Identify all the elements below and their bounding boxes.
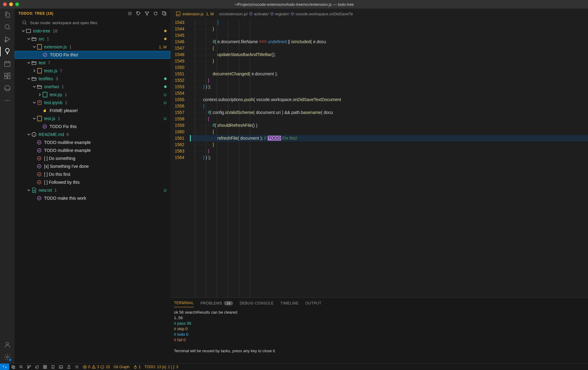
breadcrumb-item[interactable]: activate/ <box>254 12 269 16</box>
tree-status: U <box>164 188 167 193</box>
chevron-right-icon[interactable] <box>37 92 42 97</box>
close-window-icon[interactable] <box>3 2 7 6</box>
scan-mode-row[interactable]: Scan mode: workspace and open files <box>15 18 170 27</box>
traffic-lights[interactable] <box>3 2 19 6</box>
check-circle-icon <box>37 196 42 201</box>
tree-row[interactable]: test7 <box>15 59 170 67</box>
terminal-content[interactable]: ok 56 searchResults can be cleared1..56#… <box>170 308 588 363</box>
tree-row[interactable]: [ ] Do something <box>15 154 170 162</box>
status-beaker-icon[interactable] <box>65 364 73 370</box>
panel-tab-timeline[interactable]: TIMELINE <box>281 299 299 307</box>
extensions-icon[interactable] <box>4 72 11 80</box>
maximize-window-icon[interactable] <box>15 2 19 6</box>
settings-icon[interactable] <box>4 353 11 361</box>
status-grid-icon[interactable] <box>41 364 49 370</box>
tree-row[interactable]: TODO multiline example <box>15 146 170 154</box>
more-icon[interactable] <box>4 97 11 104</box>
activity-bar <box>0 9 15 363</box>
chevron-down-icon[interactable] <box>26 76 31 81</box>
tree-row[interactable]: extension.js11, M <box>15 43 170 51</box>
status-gitgraph[interactable]: Git Graph <box>112 364 131 370</box>
tree-row[interactable]: todo-tree18 <box>15 27 170 35</box>
todo-label: TODO multiline example <box>44 148 91 153</box>
status-todos[interactable]: TODO: 13 [x]: 1 [ ]: 3 <box>142 364 180 370</box>
list-view-icon[interactable] <box>127 11 132 16</box>
breadcrumb-item[interactable]: register/ <box>275 12 289 16</box>
chevron-down-icon[interactable] <box>32 84 37 89</box>
status-search-icon[interactable] <box>17 364 25 370</box>
account-icon[interactable] <box>4 341 11 349</box>
tree-row[interactable]: test.py1U <box>15 91 170 99</box>
minimize-window-icon[interactable] <box>9 2 13 6</box>
tree-row[interactable]: [ ] Followed by this <box>15 178 170 186</box>
chevron-down-icon[interactable] <box>32 44 37 49</box>
tree-row[interactable]: test.js1U <box>15 115 170 123</box>
sphere-icon[interactable] <box>4 85 11 92</box>
tree-row[interactable]: README.md6 <box>15 130 170 138</box>
code-editor[interactable]: 1543154415451546154715481549155015511552… <box>170 19 588 297</box>
tree-row[interactable]: TODO Fix this <box>15 123 170 130</box>
panel-tab-terminal[interactable]: TERMINAL <box>174 299 194 307</box>
statusbar: 0 3 15 Git Graph 1 TODO: 13 [x]: 1 [ ]: … <box>0 363 588 370</box>
tree-row[interactable]: tests.js7 <box>15 67 170 75</box>
status-problems[interactable]: 0 3 15 <box>81 364 112 370</box>
code-area[interactable]: ··· ··· ··· ··· ··· }··· ··· ··· ··· }··… <box>190 19 588 297</box>
chevron-down-icon[interactable] <box>32 116 37 121</box>
tree-row[interactable]: [x] Something I've done <box>15 162 170 170</box>
tree-row[interactable]: TODO make this work <box>15 194 170 202</box>
explorer-icon[interactable] <box>4 11 11 18</box>
chevron-down-icon[interactable] <box>21 28 26 33</box>
panel-tab-problems[interactable]: PROBLEMS18 <box>201 299 233 307</box>
search-icon[interactable] <box>4 23 11 31</box>
panel-tab-output[interactable]: OUTPUT <box>305 299 321 307</box>
panel-tab-debug-console[interactable]: DEBUG CONSOLE <box>240 299 274 307</box>
chevron-down-icon[interactable] <box>26 60 31 65</box>
editor-tab[interactable]: extension.js 1, M <box>173 9 217 19</box>
tree-row[interactable]: TODO Fix this! <box>15 51 170 59</box>
tree-row[interactable]: one/two1 <box>15 83 170 91</box>
breadcrumb-item[interactable]: vscode.workspace.onDidSaveTe <box>296 12 353 16</box>
js-icon <box>37 44 42 50</box>
tree-row[interactable]: new.txt1U <box>15 186 170 194</box>
remote-button[interactable] <box>0 364 9 370</box>
tag-icon[interactable] <box>136 11 141 16</box>
tree-row[interactable]: FIXME please! <box>15 107 170 115</box>
ipynb-icon <box>37 100 42 105</box>
status-copy-icon[interactable] <box>9 364 17 370</box>
tree-status: U <box>164 100 167 105</box>
status-flame[interactable]: 1 <box>131 364 143 370</box>
tree-row[interactable]: [ ] Do this first <box>15 170 170 178</box>
status-branch-icon[interactable] <box>25 364 33 370</box>
collapse-icon[interactable] <box>162 11 167 16</box>
chevron-down-icon[interactable] <box>32 100 37 105</box>
breadcrumb[interactable]: src/extension.js/ activate/ register/ vs… <box>219 12 353 16</box>
chevron-down-icon[interactable] <box>26 132 31 137</box>
todo-tree-icon[interactable] <box>4 48 11 55</box>
panel-tabs: TERMINALPROBLEMS18DEBUG CONSOLETIMELINEO… <box>170 298 588 308</box>
tree-row[interactable]: src1 <box>15 35 170 43</box>
todo-tree-view[interactable]: todo-tree18src1extension.js11, MTODO Fix… <box>15 27 170 363</box>
svg-rect-14 <box>162 12 165 14</box>
chevron-down-icon[interactable] <box>26 188 31 193</box>
status-settings-icon[interactable] <box>73 364 81 370</box>
folder-open-icon <box>31 60 37 66</box>
tree-row[interactable]: TODO multiline example <box>15 138 170 146</box>
svg-rect-3 <box>5 73 7 76</box>
breadcrumb-item[interactable]: src/extension.js/ <box>219 12 248 16</box>
chevron-down-icon[interactable] <box>26 36 31 41</box>
filter-icon[interactable] <box>145 11 149 16</box>
todo-label: TODO Fix this! <box>50 52 78 57</box>
check-bad-icon <box>37 156 42 161</box>
status-terminal-icon[interactable] <box>57 364 65 370</box>
debug-icon[interactable] <box>4 36 11 43</box>
check-circle-icon <box>42 124 47 129</box>
cube-icon <box>249 12 253 16</box>
status-sync-icon[interactable] <box>33 364 41 370</box>
chevron-right-icon[interactable] <box>32 68 37 73</box>
tree-row[interactable]: test.ipynb1U <box>15 99 170 107</box>
status-bookmark-icon[interactable] <box>49 364 57 370</box>
calendar-icon[interactable] <box>4 60 11 67</box>
refresh-icon[interactable] <box>153 11 158 16</box>
tree-row[interactable]: testfiles3 <box>15 75 170 83</box>
terminal-line <box>174 343 584 348</box>
